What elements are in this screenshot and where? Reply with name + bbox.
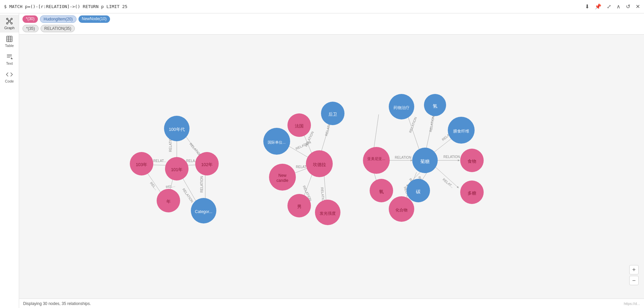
svg-text:RELATION: RELATION xyxy=(443,155,460,159)
svg-text:103年: 103年 xyxy=(136,162,148,167)
svg-text:101年: 101年 xyxy=(171,167,183,172)
svg-line-8 xyxy=(10,22,11,23)
status-url: https://d... xyxy=(624,302,640,306)
pin-icon[interactable]: 📌 xyxy=(595,3,601,10)
close-icon[interactable]: ✕ xyxy=(636,3,640,10)
sidebar-item-text[interactable]: Text xyxy=(0,50,19,68)
status-text: Displaying 30 nodes, 35 relationships. xyxy=(23,301,91,306)
svg-text:化合物: 化合物 xyxy=(395,208,408,212)
sidebar-item-code[interactable]: Code xyxy=(0,68,19,86)
collapse-icon[interactable]: ∧ xyxy=(616,3,621,10)
graph-canvas[interactable]: RELATION RELAT... RELA... REL... RELATIO… xyxy=(19,35,644,299)
expand-icon[interactable]: ⤢ xyxy=(607,3,611,10)
svg-text:菊糖: 菊糖 xyxy=(420,159,430,164)
svg-text:New: New xyxy=(278,173,286,178)
sidebar-table-label: Table xyxy=(5,44,14,48)
svg-point-0 xyxy=(8,20,10,22)
svg-text:candle: candle xyxy=(276,178,288,183)
svg-text:亚美尼亚...: 亚美尼亚... xyxy=(367,157,385,161)
zoom-controls: + − xyxy=(629,265,639,285)
svg-text:年: 年 xyxy=(166,199,171,204)
svg-text:RELAT...: RELAT... xyxy=(442,177,454,189)
sidebar-graph-label: Graph xyxy=(4,26,15,30)
svg-text:REL...: REL... xyxy=(165,184,175,189)
svg-text:氧: 氧 xyxy=(379,189,384,194)
status-bar: Displaying 30 nodes, 35 relationships. h… xyxy=(19,299,644,308)
svg-point-1 xyxy=(6,18,8,20)
tag-row1-0[interactable]: *(30) xyxy=(22,15,38,23)
download-icon[interactable]: ⬇ xyxy=(585,3,589,10)
svg-text:多糖: 多糖 xyxy=(468,191,476,196)
top-actions: ⬇ 📌 ⤢ ∧ ↺ ✕ xyxy=(585,3,640,10)
svg-text:国际单位...: 国际单位... xyxy=(268,140,285,144)
query-text: $ MATCH p=()-[r:RELATION]->() RETURN p L… xyxy=(4,4,127,9)
sidebar-code-label: Code xyxy=(5,79,14,83)
svg-text:RELATION: RELATION xyxy=(200,176,204,193)
svg-text:102年: 102年 xyxy=(201,162,213,167)
svg-text:药物治疗: 药物治疗 xyxy=(393,105,410,110)
main-layout: Graph Table Text Code xyxy=(0,13,644,308)
content-area: *(30)HudongItem(20)NewNode(10)*(35)RELAT… xyxy=(19,13,644,308)
sidebar-text-label: Text xyxy=(6,61,13,65)
svg-text:REL...: REL... xyxy=(149,181,158,191)
svg-point-4 xyxy=(11,22,12,24)
svg-point-2 xyxy=(11,18,12,20)
tag-row1-2[interactable]: NewNode(10) xyxy=(78,15,110,23)
svg-text:氢: 氢 xyxy=(433,103,437,109)
refresh-icon[interactable]: ↺ xyxy=(626,3,630,10)
svg-rect-9 xyxy=(7,36,12,42)
svg-text:男: 男 xyxy=(297,204,302,209)
svg-text:发光强度: 发光强度 xyxy=(320,211,336,216)
svg-line-79 xyxy=(434,166,459,188)
sidebar-item-table[interactable]: Table xyxy=(0,33,19,50)
tag-row1-1[interactable]: HudongItem(20) xyxy=(40,15,76,23)
zoom-in-button[interactable]: + xyxy=(629,265,639,274)
svg-text:Categor...: Categor... xyxy=(195,209,212,214)
svg-line-7 xyxy=(8,22,8,23)
svg-text:食物: 食物 xyxy=(468,159,476,164)
sidebar: Graph Table Text Code xyxy=(0,13,19,308)
svg-text:RELATION: RELATION xyxy=(295,140,312,151)
svg-text:后卫: 后卫 xyxy=(328,112,337,117)
tag-row2-0[interactable]: *(35) xyxy=(22,25,39,32)
tag-bar: *(30)HudongItem(20)NewNode(10)*(35)RELAT… xyxy=(19,13,644,35)
svg-point-3 xyxy=(6,22,8,24)
svg-text:RELATION: RELATION xyxy=(395,156,411,159)
svg-text:法国: 法国 xyxy=(295,123,304,129)
svg-text:膳食纤维: 膳食纤维 xyxy=(453,129,469,134)
sidebar-item-graph[interactable]: Graph xyxy=(0,15,19,33)
svg-text:RELATION: RELATION xyxy=(429,115,435,132)
svg-text:100年代: 100年代 xyxy=(169,127,185,132)
tag-row2-1[interactable]: RELATION(35) xyxy=(41,25,75,32)
svg-line-6 xyxy=(10,19,11,20)
svg-text:坎德拉: 坎德拉 xyxy=(313,162,326,167)
top-bar: $ MATCH p=()-[r:RELATION]->() RETURN p L… xyxy=(0,0,644,13)
svg-text:RELAT...: RELAT... xyxy=(153,159,166,163)
svg-text:碳: 碳 xyxy=(416,189,421,194)
svg-text:RELATION: RELATION xyxy=(182,188,194,203)
zoom-out-button[interactable]: − xyxy=(629,276,639,285)
svg-line-5 xyxy=(8,19,8,20)
